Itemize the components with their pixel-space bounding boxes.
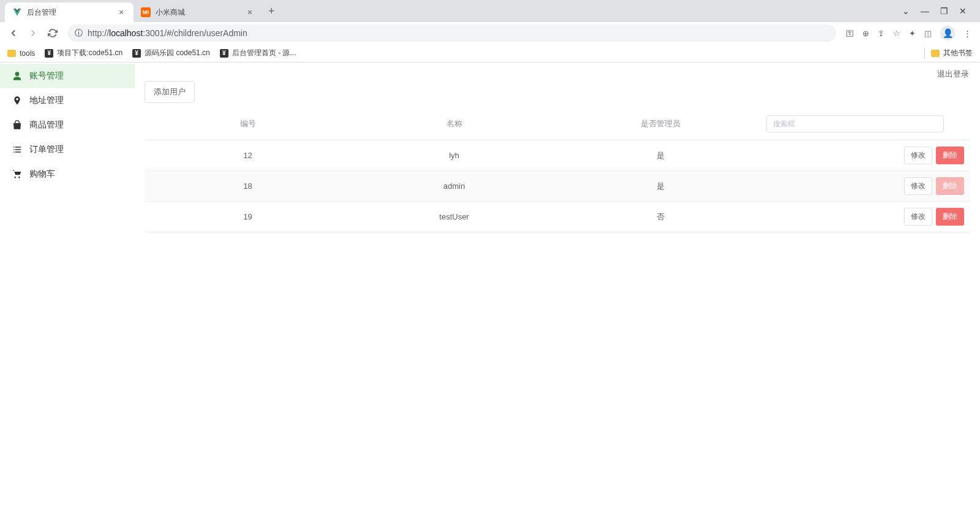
cell-id: 18	[145, 171, 351, 202]
cell-id: 12	[145, 140, 351, 171]
tab-title: 后台管理	[27, 7, 111, 18]
sidebar-item-cart[interactable]: 购物车	[0, 162, 135, 186]
add-user-button[interactable]: 添加用户	[145, 81, 195, 103]
cell-name: testUser	[351, 202, 557, 232]
mi-favicon-icon: MI	[141, 7, 151, 17]
other-bookmarks[interactable]: 其他书签	[924, 48, 973, 58]
folder-icon	[931, 50, 940, 57]
cell-name: lyh	[351, 140, 557, 171]
key-icon[interactable]: ⚿	[846, 29, 854, 38]
tab-close-icon[interactable]: ×	[245, 7, 255, 17]
sidebar-label: 地址管理	[29, 95, 64, 106]
sidepanel-icon[interactable]: ◫	[924, 29, 932, 38]
extensions-icon[interactable]: ✦	[909, 29, 916, 38]
cell-actions: 修改删除	[764, 140, 970, 171]
sidebar-item-order[interactable]: 订单管理	[0, 137, 135, 162]
sidebar-item-account[interactable]: 账号管理	[0, 64, 135, 88]
bookmark-folder-tools[interactable]: tools	[7, 49, 35, 58]
close-icon[interactable]: ✕	[959, 6, 967, 16]
cell-name: admin	[351, 171, 557, 202]
folder-icon	[7, 50, 16, 57]
svg-text:MI: MI	[143, 9, 149, 15]
bag-icon	[12, 120, 22, 130]
search-input[interactable]	[766, 115, 944, 132]
address-bar: ⓘ http://localhost:3001/#/children/userA…	[0, 22, 980, 44]
sidebar-label: 订单管理	[29, 144, 64, 155]
col-name: 名称	[351, 108, 557, 140]
reload-button[interactable]	[44, 25, 61, 42]
cell-admin: 否	[557, 202, 764, 232]
app-root: 退出登录 账号管理 地址管理 商品管理 订单管理 购物车 添加用户	[0, 63, 980, 232]
main-content: 添加用户 编号 名称 是否管理员 12lyh是修改删除18admin是修改删除1…	[135, 63, 980, 232]
bookmark-star-icon[interactable]: ☆	[893, 29, 900, 38]
delete-button[interactable]: 删除	[936, 208, 964, 226]
back-button[interactable]	[5, 25, 22, 42]
bookmark-link[interactable]: ¥ 项目下载:code51.cn	[45, 48, 123, 58]
bookmarks-bar: tools ¥ 项目下载:code51.cn ¥ 源码乐园 code51.cn …	[0, 44, 980, 63]
table-row: 18admin是修改删除	[145, 171, 970, 202]
delete-button[interactable]: 删除	[936, 147, 964, 164]
forward-button[interactable]	[24, 25, 42, 42]
site-icon: ¥	[220, 49, 228, 58]
minimize-icon[interactable]: —	[921, 6, 929, 16]
col-id: 编号	[145, 108, 351, 140]
cell-actions: 修改删除	[764, 171, 970, 202]
delete-button[interactable]: 删除	[936, 177, 964, 195]
sidebar: 账号管理 地址管理 商品管理 订单管理 购物车	[0, 63, 135, 232]
zoom-icon[interactable]: ⊕	[862, 29, 869, 38]
new-tab-button[interactable]: +	[262, 5, 281, 18]
site-icon: ¥	[45, 49, 53, 58]
url-field[interactable]: ⓘ http://localhost:3001/#/children/userA…	[67, 25, 836, 42]
share-icon[interactable]: ⇪	[878, 29, 884, 38]
sidebar-label: 商品管理	[29, 120, 64, 131]
site-info-icon[interactable]: ⓘ	[75, 28, 83, 39]
edit-button[interactable]: 修改	[904, 177, 932, 195]
tab-bar: 后台管理 × MI 小米商城 × + ⌄ — ❐ ✕	[0, 0, 980, 22]
table-row: 12lyh是修改删除	[145, 140, 970, 171]
bookmark-link[interactable]: ¥ 后台管理首页 - 源...	[220, 48, 296, 58]
browser-tab-active[interactable]: 后台管理 ×	[5, 2, 134, 22]
cart-icon	[12, 169, 22, 179]
sidebar-label: 购物车	[29, 169, 55, 180]
cell-id: 19	[145, 202, 351, 232]
table-row: 19testUser否修改删除	[145, 202, 970, 232]
tab-close-icon[interactable]: ×	[116, 7, 126, 17]
user-table: 编号 名称 是否管理员 12lyh是修改删除18admin是修改删除19test…	[145, 108, 970, 232]
toolbar-icons: ⚿ ⊕ ⇪ ☆ ✦ ◫ 👤 ⋮	[842, 26, 975, 40]
logout-link[interactable]: 退出登录	[937, 69, 969, 80]
browser-tab[interactable]: MI 小米商城 ×	[134, 2, 262, 22]
tab-title: 小米商城	[156, 7, 240, 18]
cell-admin: 是	[557, 140, 764, 171]
tab-dropdown-icon[interactable]: ⌄	[902, 6, 910, 16]
list-icon	[12, 145, 22, 154]
sidebar-label: 账号管理	[29, 71, 64, 82]
bookmark-link[interactable]: ¥ 源码乐园 code51.cn	[132, 48, 210, 58]
edit-button[interactable]: 修改	[904, 208, 932, 226]
url-text: http://localhost:3001/#/children/userAdm…	[88, 28, 829, 38]
pin-icon	[12, 96, 22, 105]
col-actions	[764, 108, 970, 140]
sidebar-item-product[interactable]: 商品管理	[0, 113, 135, 137]
cell-actions: 修改删除	[764, 202, 970, 232]
user-icon	[12, 71, 22, 81]
window-controls: ⌄ — ❐ ✕	[902, 6, 975, 16]
maximize-icon[interactable]: ❐	[940, 6, 948, 16]
col-admin: 是否管理员	[557, 108, 764, 140]
menu-icon[interactable]: ⋮	[963, 29, 971, 38]
profile-avatar-icon[interactable]: 👤	[940, 26, 955, 40]
cell-admin: 是	[557, 171, 764, 202]
sidebar-item-address[interactable]: 地址管理	[0, 88, 135, 113]
edit-button[interactable]: 修改	[904, 147, 932, 164]
vue-favicon-icon	[12, 7, 22, 17]
browser-chrome: 后台管理 × MI 小米商城 × + ⌄ — ❐ ✕ ⓘ http://loca…	[0, 0, 980, 63]
site-icon: ¥	[132, 49, 141, 58]
